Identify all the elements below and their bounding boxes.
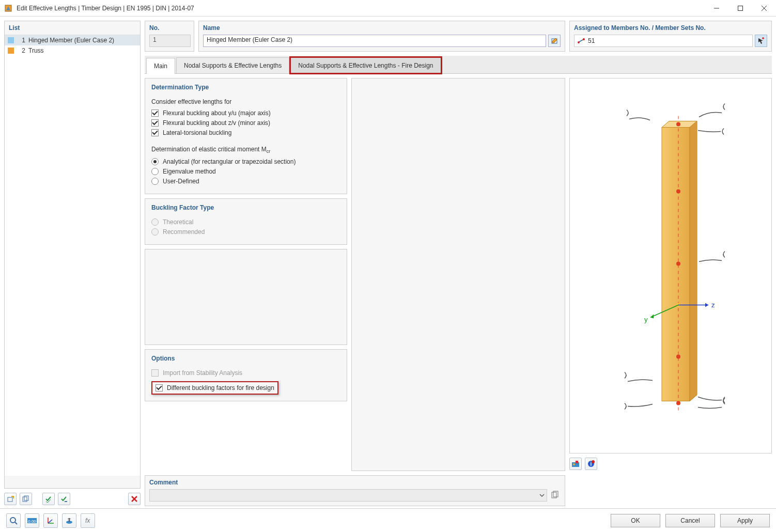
list-item-name: Truss [28,47,137,54]
chevron-down-icon [539,493,545,498]
check-ltb[interactable]: Lateral-torsional buckling [151,129,340,136]
tab-nodal-supports[interactable]: Nodal Supports & Effective Lengths [176,57,289,73]
tab-main[interactable]: Main [146,58,175,74]
axis-y-label: y [644,316,648,323]
svg-point-34 [592,460,595,463]
window-title: Edit Effective Lengths | Timber Design |… [17,5,705,12]
member-icon [578,38,585,43]
list-item-name: Hinged Member (Euler Case 2) [28,37,137,44]
svg-line-38 [15,522,17,524]
radio-theoretical: Theoretical [151,218,340,226]
checkbox-icon [151,129,159,136]
list-item-index: 1 [17,37,25,44]
checkbox-icon [151,119,159,127]
search-button[interactable] [6,513,21,528]
list-item-index: 2 [17,47,25,54]
radio-icon [151,178,159,185]
pick-members-button[interactable] [755,35,767,47]
check-flexural-zv[interactable]: Flexural buckling about z/v (minor axis) [151,119,340,127]
comment-select[interactable] [149,489,547,502]
units-button[interactable]: 0.00 [25,513,39,528]
svg-point-19 [676,122,680,127]
number-label: No. [145,21,194,35]
list-body[interactable]: 1 Hinged Member (Euler Case 2) 2 Truss [5,35,140,476]
svg-point-24 [676,401,680,405]
svg-rect-7 [24,496,28,500]
determination-type-box: Determination Type Consider effective le… [145,78,347,194]
window-close-button[interactable] [752,0,776,17]
buckling-factor-box: Buckling Factor Type Theoretical Recomme… [145,198,347,245]
check-fire-buckling-factors[interactable]: Different buckling factors for fire desi… [151,381,278,395]
comment-library-button[interactable] [549,489,561,500]
svg-point-14 [583,38,585,40]
mcr-label: Determination of elastic critical moment… [151,146,340,154]
svg-rect-31 [576,461,578,463]
window-minimize-button[interactable] [705,0,728,17]
checkbox-icon [151,369,159,377]
check-all-button[interactable] [42,493,55,505]
apply-button[interactable]: Apply [720,514,770,527]
radio-icon [151,158,159,165]
tab-nodal-supports-fire[interactable]: Nodal Supports & Effective Lengths - Fir… [290,57,441,73]
options-header: Options [151,355,340,362]
info-button[interactable]: i [585,458,597,470]
svg-rect-5 [8,497,12,502]
number-group: No. 1 [145,21,194,52]
name-label: Name [199,21,565,35]
assigned-field[interactable]: 51 [574,35,753,47]
ok-button[interactable]: OK [611,514,660,527]
list-item[interactable]: 2 Truss [5,45,140,56]
copy-item-button[interactable] [20,493,32,505]
titlebar: Edit Effective Lengths | Timber Design |… [0,0,776,17]
svg-marker-26 [650,315,654,319]
axes-button[interactable] [43,513,58,528]
footer-bar: 0.00 fx OK Cancel Apply [0,508,776,532]
radio-icon [151,218,159,226]
list-header: List [5,21,140,35]
options-box: Options Import from Stability Analysis D… [145,349,347,401]
svg-text:0.00: 0.00 [28,519,36,524]
consider-label: Consider effective lengths for [151,98,340,105]
svg-rect-6 [23,497,27,502]
color-swatch [8,37,14,43]
delete-item-button[interactable] [128,493,141,505]
uncheck-all-button[interactable] [58,493,70,505]
tab-bar: Main Nodal Supports & Effective Lengths … [145,56,772,74]
svg-text:fx: fx [85,517,90,524]
view-button[interactable] [62,513,76,528]
svg-rect-2 [738,6,743,10]
svg-rect-17 [662,128,690,401]
radio-recommended: Recommended [151,228,340,236]
color-swatch [8,48,14,54]
list-item[interactable]: 1 Hinged Member (Euler Case 2) [5,35,140,45]
list-toolbar [4,491,141,506]
assigned-value: 51 [588,37,595,44]
buckling-factor-header: Buckling Factor Type [151,204,340,211]
name-input[interactable]: Hinged Member (Euler Case 2) [203,35,546,47]
function-button[interactable]: fx [81,513,95,528]
preview-toolbar: i [569,457,772,471]
svg-point-23 [676,355,680,359]
svg-point-30 [573,463,575,465]
radio-analytical[interactable]: Analytical (for rectangular or trapezoid… [151,158,340,165]
cancel-button[interactable]: Cancel [665,514,715,527]
edit-name-button[interactable] [548,35,561,47]
preview-3d[interactable]: y z [569,78,772,453]
render-options-button[interactable] [569,458,582,470]
determination-header: Determination Type [151,84,340,91]
check-flexural-yu[interactable]: Flexural buckling about y/u (major axis) [151,109,340,117]
svg-point-21 [676,262,680,266]
app-icon [4,4,12,12]
assigned-label: Assigned to Members No. / Member Sets No… [570,21,771,35]
checkbox-icon [156,384,163,392]
checkbox-icon [151,109,159,117]
assigned-group: Assigned to Members No. / Member Sets No… [569,21,772,52]
window-maximize-button[interactable] [728,0,752,17]
radio-user-defined[interactable]: User-Defined [151,178,340,185]
radio-eigenvalue[interactable]: Eigenvalue method [151,168,340,175]
radio-icon [151,228,159,236]
new-item-button[interactable] [4,493,17,505]
check-import-stability: Import from Stability Analysis [151,369,340,377]
number-field: 1 [149,35,191,47]
svg-point-37 [10,518,15,523]
